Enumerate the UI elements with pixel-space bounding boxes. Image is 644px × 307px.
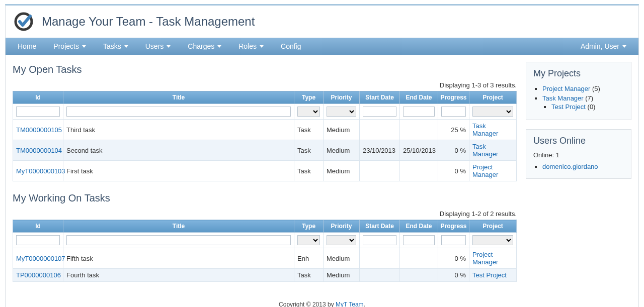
project-count: (0) [588,103,596,111]
chevron-down-icon [167,45,171,48]
nav-charges[interactable]: Charges [181,38,228,55]
nav-users[interactable]: Users [138,38,178,55]
col-end[interactable]: End Date [400,220,438,233]
users-online-heading: Users Online [533,136,624,146]
header: Manage Your Team - Task Management [6,6,638,38]
chevron-down-icon [124,45,128,48]
col-project[interactable]: Project [469,220,517,233]
cell-priority: Medium [324,140,360,161]
user-link[interactable]: domenico.giordano [542,163,598,170]
project-link[interactable]: Project Manager [472,251,498,266]
cell-title: Second task [63,140,294,161]
project-link[interactable]: Test Project [472,271,507,279]
my-projects-panel: My Projects Project Manager (5) Task Man… [526,62,631,120]
col-start[interactable]: Start Date [360,220,400,233]
cell-title: First task [63,161,294,181]
nav-home[interactable]: Home [11,38,43,55]
nav-label: Roles [238,38,257,55]
task-id-link[interactable]: TM0000000104 [16,147,62,154]
filter-row [13,104,517,120]
filter-project[interactable] [472,107,513,117]
nav-user-label: Admin, User [581,38,619,55]
project-link[interactable]: Project Manager [472,163,498,178]
filter-start[interactable] [363,235,396,245]
nav-tasks[interactable]: Tasks [96,38,135,55]
project-link[interactable]: Project Manager [542,85,590,92]
cell-type: Task [294,269,324,282]
nav-label: Config [281,38,301,55]
nav-projects[interactable]: Projects [46,38,93,55]
filter-progress[interactable] [441,235,466,245]
col-priority[interactable]: Priority [324,91,360,104]
col-title[interactable]: Title [63,91,294,104]
open-tasks-table: Id Title Type Priority Start Date End Da… [13,91,517,181]
cell-progress: 0 % [438,248,469,269]
filter-id[interactable] [16,235,60,245]
project-list-item: Test Project (0) [551,102,624,112]
table-header-row: Id Title Type Priority Start Date End Da… [13,220,517,233]
col-project[interactable]: Project [469,91,517,104]
filter-end[interactable] [403,235,435,245]
nav-label: Projects [53,38,79,55]
filter-row [13,233,517,248]
filter-type[interactable] [297,107,320,117]
chevron-down-icon [260,45,264,48]
filter-title[interactable] [66,235,291,245]
cell-start [360,120,400,140]
online-count: Online: 1 [533,151,624,159]
task-id-link[interactable]: TM0000000105 [16,126,62,134]
filter-title[interactable] [66,107,291,117]
cell-progress: 25 % [438,120,469,140]
col-type[interactable]: Type [294,220,324,233]
cell-start: 23/10/2013 [360,140,400,161]
project-link[interactable]: Task Manager [472,143,498,158]
cell-title: Third task [63,120,294,140]
col-id[interactable]: Id [13,91,63,104]
project-link[interactable]: Test Project [551,103,586,111]
cell-type: Task [294,161,324,181]
filter-project[interactable] [472,235,513,245]
project-link[interactable]: Task Manager [472,122,498,137]
project-link[interactable]: Task Manager [542,94,584,102]
col-id[interactable]: Id [13,220,63,233]
online-user-item: domenico.giordano [542,162,624,171]
filter-priority[interactable] [327,235,356,245]
task-id-link[interactable]: TP0000000106 [16,271,61,279]
logo-icon [13,11,35,33]
footer: Copyright © 2013 by MyT Team. All Rights… [6,292,638,307]
filter-priority[interactable] [327,107,356,117]
nav-label: Charges [188,38,214,55]
filter-id[interactable] [16,107,60,117]
working-tasks-heading: My Working On Tasks [13,192,517,204]
cell-start [360,248,400,269]
table-header-row: Id Title Type Priority Start Date End Da… [13,91,517,104]
table-row: TP0000000106 Fourth task Task Medium 0 %… [13,269,517,282]
task-id-link[interactable]: MyT0000000103 [16,167,65,175]
cell-end: 25/10/2013 [400,140,438,161]
col-start[interactable]: Start Date [360,91,400,104]
col-priority[interactable]: Priority [324,220,360,233]
col-end[interactable]: End Date [400,91,438,104]
task-id-link[interactable]: MyT0000000107 [16,255,65,262]
filter-start[interactable] [363,107,396,117]
cell-progress: 0 % [438,161,469,181]
navbar: Home Projects Tasks Users Charges Roles … [6,38,638,55]
filter-type[interactable] [297,235,320,245]
col-type[interactable]: Type [294,91,324,104]
col-progress[interactable]: Progress [438,220,469,233]
col-title[interactable]: Title [63,220,294,233]
chevron-down-icon [217,45,221,48]
nav-config[interactable]: Config [274,38,308,55]
filter-progress[interactable] [441,107,466,117]
footer-team-link[interactable]: MyT Team [336,301,364,307]
working-tasks-table: Id Title Type Priority Start Date End Da… [13,220,517,282]
cell-end [400,269,438,282]
chevron-down-icon [82,45,86,48]
nav-user-menu[interactable]: Admin, User [574,38,633,55]
table-row: TM0000000105 Third task Task Medium 25 %… [13,120,517,140]
nav-roles[interactable]: Roles [231,38,271,55]
project-list-item: Task Manager (7) Test Project (0) [542,93,624,113]
col-progress[interactable]: Progress [438,91,469,104]
filter-end[interactable] [403,107,435,117]
cell-start [360,161,400,181]
